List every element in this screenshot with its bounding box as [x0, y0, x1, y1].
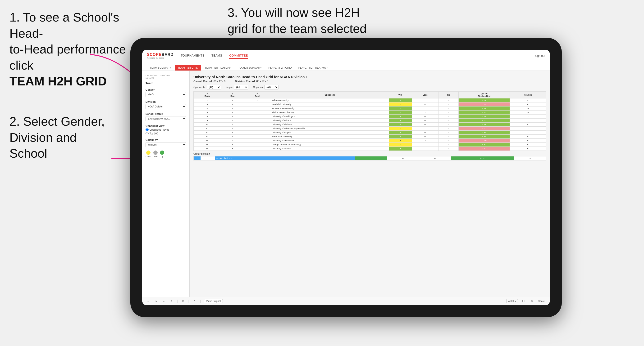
table-row: 3 2 Vanderbilt University 0 4 0 -2.29 8 [194, 102, 546, 107]
table-row: 15 6 Georgia Institute of Technology 0 1… [194, 143, 546, 147]
division-select[interactable]: NCAA Division I [146, 104, 186, 109]
col-rounds: Rounds [510, 92, 546, 98]
logo-area: SCOREBARD Powered by clippi [147, 52, 174, 59]
table-row: 6 2 Florida State University 4 2 0 1.83 … [194, 111, 546, 115]
last-updated: Last Updated: 27/03/2024 16:55:38 [146, 74, 186, 79]
tab-team-summary[interactable]: TEAM SUMMARY [147, 65, 174, 71]
filter-opponent: Opponent (All) [253, 85, 278, 89]
colour-by-label: Colour by [146, 139, 186, 141]
filter-region: Region (All) [226, 85, 248, 89]
tablet: SCOREBARD Powered by clippi TOURNAMENTS … [130, 38, 562, 317]
tab-team-h2h-heatmap[interactable]: TEAM H2H HEATMAP [202, 65, 234, 71]
annotation-2: 2. Select Gender, Division and School [10, 114, 105, 162]
gender-select[interactable]: Men's [146, 92, 186, 97]
division-label: Division [146, 100, 186, 103]
out-of-div-row: NCAA Division II 1 0 0 26.00 3 [194, 157, 546, 161]
opponent-view-label: Opponent View [146, 125, 186, 127]
content-area: Last Updated: 27/03/2024 16:55:38 Team G… [142, 71, 550, 297]
nav-tournaments[interactable]: TOURNAMENTS [180, 53, 204, 59]
back-btn[interactable]: ← [161, 299, 166, 303]
col-diff: Diff AvStrokes/Rnd [458, 92, 510, 98]
layout-btn[interactable]: ⊞ [529, 299, 534, 303]
overall-record: Overall Record: 89 - 17 - 0 [194, 80, 226, 83]
filter-opponents: Opponents: (All) [194, 85, 221, 89]
share-btn[interactable]: Share [537, 299, 546, 303]
opponents-filter-select[interactable]: (All) [207, 85, 221, 89]
nav-committee[interactable]: COMMITTEE [229, 53, 248, 59]
table-row: 11 6 University of Arkansas, Fayettevill… [194, 127, 546, 131]
h2h-grid-table: #Rank #Reg #Conf Opponent Win Loss Tie D… [194, 91, 546, 151]
comment-btn[interactable]: 💬 [521, 299, 526, 303]
sign-out-link[interactable]: Sign out [535, 54, 545, 57]
tab-player-h2h-grid[interactable]: PLAYER H2H GRID [266, 65, 294, 71]
sub-nav: TEAM SUMMARY TEAM H2H GRID TEAM H2H HEAT… [142, 62, 550, 71]
nav-teams[interactable]: TEAMS [212, 53, 222, 59]
table-row: 16 3 University of Florida 3 1 0 -4.42 9 [194, 147, 546, 151]
team-section-title: Team [146, 81, 153, 85]
school-label: School (Rank) [146, 112, 186, 115]
annotation-3: 3. You will now see H2H grid for the tea… [228, 5, 367, 37]
logo-sub: Powered by clippi [147, 57, 174, 59]
nav-bar: SCOREBARD Powered by clippi TOURNAMENTS … [142, 50, 550, 62]
nav-links: TOURNAMENTS TEAMS COMMITTEE [180, 53, 535, 59]
tab-player-h2h-heatmap[interactable]: PLAYER H2H HEATMAP [296, 65, 330, 71]
col-win: Win [389, 92, 412, 98]
tablet-screen: SCOREBARD Powered by clippi TOURNAMENTS … [142, 50, 550, 305]
records-row: Overall Record: 89 - 17 - 0 Division Rec… [194, 80, 546, 83]
tab-player-summary[interactable]: PLAYER SUMMARY [235, 65, 265, 71]
col-opponent: Opponent [270, 92, 389, 98]
division-record: Division Record: 88 - 17 - 0 [235, 80, 268, 83]
bottom-bar: ↩ ↪ ← ⟳ | ⊞ | ⏱ | View: Original Watch ▾… [142, 297, 550, 305]
table-row: 8 2 University of Washington 1 0 0 3.67 … [194, 115, 546, 119]
radio-top100[interactable]: Top 100 [146, 132, 186, 135]
copy-btn[interactable]: ⊞ [180, 299, 185, 303]
col-rank: #Rank [194, 92, 221, 98]
table-row: 13 1 Texas Tech University 3 0 0 5.56 9 [194, 135, 546, 139]
logo-text: SCOREBARD [147, 52, 174, 57]
region-filter-select[interactable]: (All) [234, 85, 248, 89]
out-of-division-table: NCAA Division II 1 0 0 26.00 3 [194, 156, 546, 161]
table-row: 4 1 Arizona State University 5 1 0 2.29 … [194, 107, 546, 111]
table-row: 12 3 University of Virginia 1 0 0 2.33 3 [194, 131, 546, 135]
table-row: 9 3 University of Arizona 1 0 0 9.00 2 [194, 119, 546, 123]
main-content: University of North Carolina Head-to-Hea… [190, 71, 550, 297]
gender-label: Gender [146, 88, 186, 91]
sidebar: Last Updated: 27/03/2024 16:55:38 Team G… [142, 71, 190, 297]
legend: Down Level Up [146, 151, 186, 158]
report-title: University of North Carolina Head-to-Hea… [194, 75, 546, 79]
watch-btn[interactable]: Watch ▾ [506, 299, 518, 303]
col-loss: Loss [412, 92, 438, 98]
col-tie: Tie [438, 92, 458, 98]
undo-btn[interactable]: ↩ [146, 299, 151, 303]
refresh-btn[interactable]: ⟳ [169, 299, 174, 303]
out-of-division-label: Out of division [194, 153, 546, 155]
table-row: 2 1 1 Auburn University 2 1 0 1.67 9 [194, 98, 546, 102]
col-conf: #Conf [244, 92, 270, 98]
tab-team-h2h-grid[interactable]: TEAM H2H GRID [175, 65, 201, 71]
view-label[interactable]: View: Original [204, 299, 223, 303]
opponent-filter-select[interactable]: (All) [264, 85, 278, 89]
redo-btn[interactable]: ↪ [154, 299, 158, 303]
clock-btn[interactable]: ⏱ [192, 299, 197, 303]
school-select[interactable]: 1. University of Nort... [146, 116, 186, 121]
table-row: 14 2 University of Oklahoma 1 2 0 -1.00 … [194, 139, 546, 143]
radio-opponents-played[interactable]: Opponents Played [146, 128, 186, 131]
colour-by-select[interactable]: Win/loss [146, 142, 186, 147]
table-row: 10 5 University of Alabama 3 0 0 2.61 8 [194, 123, 546, 127]
col-reg: #Reg [221, 92, 244, 98]
filter-row: Opponents: (All) Region (All) Opponent [194, 85, 546, 89]
